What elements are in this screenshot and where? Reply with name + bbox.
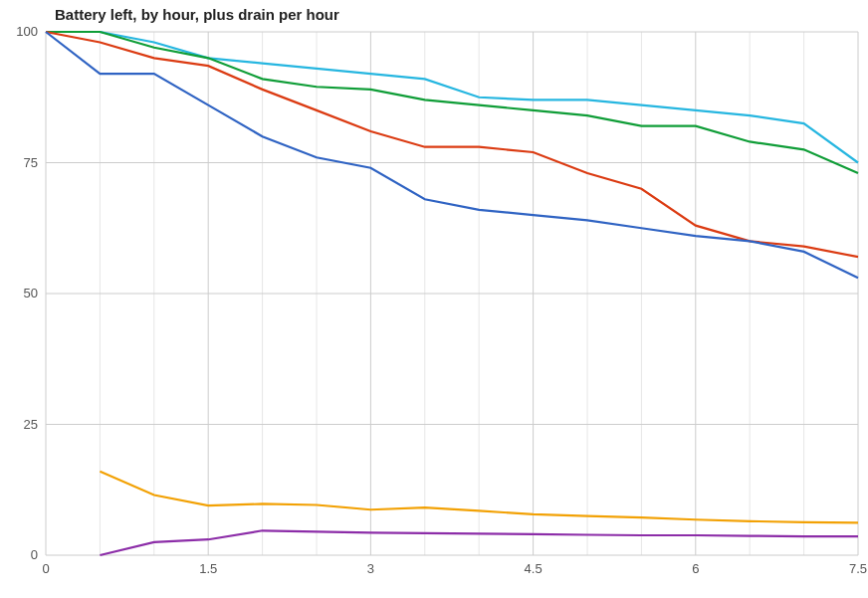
y-tick-label: 0 bbox=[31, 547, 38, 562]
line-chart: 01.534.567.50255075100 bbox=[0, 0, 868, 598]
series-battery-green bbox=[46, 32, 858, 173]
chart-container: Battery left, by hour, plus drain per ho… bbox=[0, 0, 868, 598]
x-tick-label: 7.5 bbox=[849, 561, 867, 576]
y-tick-label: 50 bbox=[24, 286, 38, 300]
x-tick-label: 1.5 bbox=[199, 561, 217, 576]
series-battery-red bbox=[46, 32, 858, 257]
x-tick-label: 3 bbox=[367, 561, 374, 576]
y-tick-label: 25 bbox=[24, 417, 38, 432]
series-battery-blue bbox=[46, 32, 858, 278]
x-tick-label: 4.5 bbox=[525, 561, 542, 576]
x-tick-label: 6 bbox=[692, 561, 699, 576]
y-tick-label: 75 bbox=[24, 155, 38, 170]
x-tick-label: 0 bbox=[42, 561, 49, 576]
y-tick-label: 100 bbox=[16, 24, 38, 39]
series-battery-cyan bbox=[46, 32, 858, 163]
